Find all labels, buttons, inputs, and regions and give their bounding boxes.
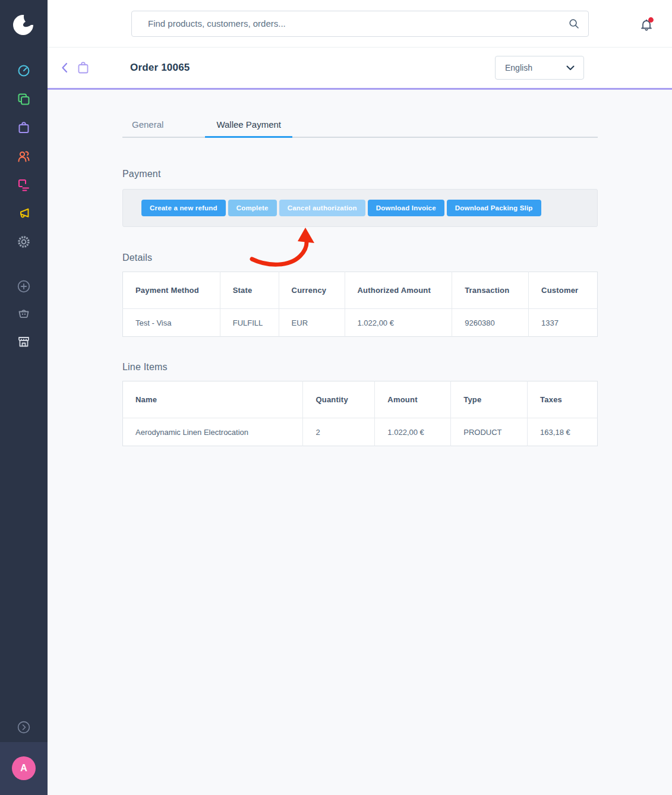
authorized-amount-cell: 1.022,00 €	[345, 309, 452, 337]
download-invoice-button[interactable]: Download Invoice	[368, 200, 444, 216]
column-header: Authorized Amount	[345, 272, 452, 309]
line-item-row: Aerodynamic Linen Electrocation 2 1.022,…	[123, 418, 598, 446]
tab-wallee-payment[interactable]: Wallee Payment	[205, 118, 292, 138]
search-icon[interactable]	[569, 18, 579, 31]
topbar	[48, 0, 672, 48]
payment-actions-panel: Create a new refund Complete Cancel auth…	[122, 189, 598, 227]
line-items-table: Name Quantity Amount Type Taxes Aerodyna…	[122, 381, 598, 446]
column-header: Payment Method	[123, 272, 220, 309]
item-taxes-cell: 163,18 €	[528, 418, 598, 446]
customer-cell: 1337	[529, 309, 598, 337]
products-icon[interactable]	[17, 92, 31, 106]
customers-icon[interactable]	[17, 149, 31, 163]
smartbar: Order 10065 English	[48, 48, 672, 90]
global-search	[131, 11, 589, 37]
column-header: Transaction	[452, 272, 529, 309]
complete-button[interactable]: Complete	[228, 200, 277, 216]
item-type-cell: PRODUCT	[451, 418, 528, 446]
item-amount-cell: 1.022,00 €	[375, 418, 451, 446]
dashboard-icon[interactable]	[17, 64, 31, 78]
expand-sidebar-icon[interactable]	[17, 720, 31, 734]
content-icon[interactable]	[17, 178, 31, 192]
notification-dot	[648, 17, 654, 23]
item-name-cell: Aerodynamic Linen Electrocation	[123, 418, 303, 446]
details-row: Test - Visa FULFILL EUR 1.022,00 € 92603…	[123, 309, 598, 337]
payment-method-cell: Test - Visa	[123, 309, 220, 337]
chevron-down-icon	[566, 65, 575, 71]
payment-heading: Payment	[122, 169, 672, 179]
column-header: Quantity	[303, 381, 375, 418]
sidebar: A	[0, 0, 48, 795]
main-area: Order 10065 English General Wallee Payme…	[48, 0, 672, 795]
sidebar-user-area: A	[0, 742, 48, 795]
state-cell: FULFILL	[220, 309, 279, 337]
details-table: Payment Method State Currency Authorized…	[122, 272, 598, 337]
column-header: Customer	[529, 272, 598, 309]
cancel-authorization-button[interactable]: Cancel authorization	[279, 200, 365, 216]
currency-cell: EUR	[279, 309, 345, 337]
marketing-icon[interactable]	[17, 206, 31, 220]
language-select-value: English	[505, 63, 532, 72]
details-header-row: Payment Method State Currency Authorized…	[123, 272, 598, 309]
notifications-bell-icon[interactable]	[638, 16, 655, 33]
column-header: Name	[123, 381, 303, 418]
storefront-icon[interactable]	[17, 335, 31, 349]
column-header: Taxes	[528, 381, 598, 418]
language-select[interactable]: English	[495, 56, 584, 80]
plus-icon[interactable]	[17, 279, 31, 294]
order-bag-icon	[77, 61, 89, 74]
column-header: Type	[451, 381, 528, 418]
transaction-cell: 9260380	[452, 309, 529, 337]
download-packing-slip-button[interactable]: Download Packing Slip	[447, 200, 541, 216]
tab-bar: General Wallee Payment	[122, 118, 598, 138]
settings-icon[interactable]	[17, 235, 31, 249]
line-items-header-row: Name Quantity Amount Type Taxes	[123, 381, 598, 418]
column-header: Currency	[279, 272, 345, 309]
search-input[interactable]	[131, 11, 589, 37]
create-refund-button[interactable]: Create a new refund	[141, 200, 226, 216]
user-avatar[interactable]: A	[12, 756, 36, 780]
column-header: State	[220, 272, 279, 309]
shopware-logo-icon[interactable]	[12, 13, 36, 37]
line-items-heading: Line Items	[122, 362, 672, 373]
content: General Wallee Payment Payment Create a …	[48, 90, 672, 446]
details-heading: Details	[122, 253, 672, 263]
page-title: Order 10065	[130, 62, 190, 74]
column-header: Amount	[375, 381, 451, 418]
tab-general[interactable]: General	[122, 118, 175, 138]
orders-icon[interactable]	[17, 121, 31, 135]
back-icon[interactable]	[60, 62, 70, 74]
basket-icon[interactable]	[17, 306, 31, 320]
item-quantity-cell: 2	[303, 418, 375, 446]
